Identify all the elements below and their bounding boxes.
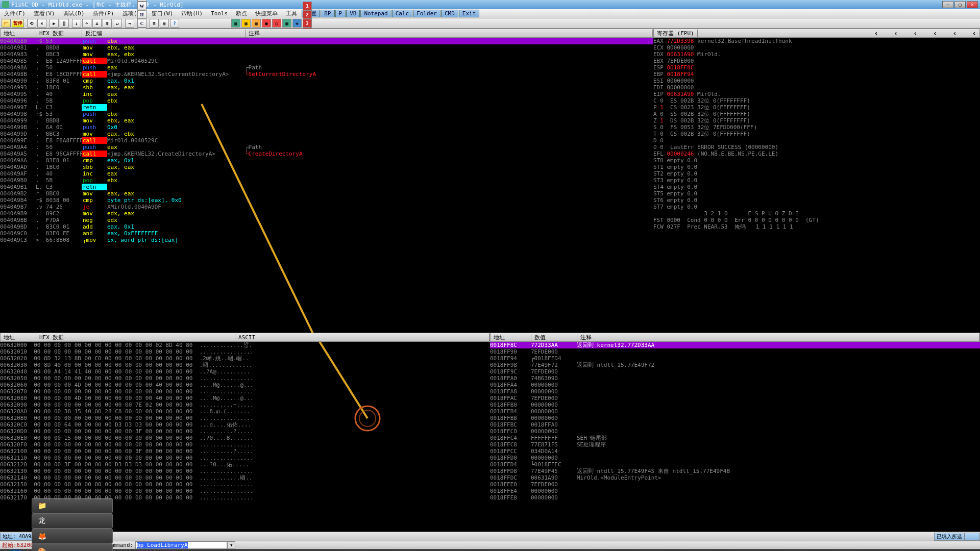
stack-row[interactable]: 0018FFE07EFDE000 <box>490 481 980 488</box>
register-line[interactable]: EBP 0018FF94 <box>653 71 980 78</box>
disasm-col-disasm[interactable]: 反汇编 <box>82 30 246 37</box>
menu-tab-vb[interactable]: VB <box>346 10 360 17</box>
stack-row[interactable]: 0018FFE400000000 <box>490 488 980 494</box>
stack-row[interactable]: 0018FFC4FFFFFFFFSEH 链尾部 <box>490 435 980 441</box>
stack-row[interactable]: 0018FFD000000000 <box>490 455 980 461</box>
register-line[interactable]: ST3 empty 0.0 <box>653 177 980 184</box>
start-button[interactable] <box>2 549 29 552</box>
maximize-button[interactable]: ▢ <box>954 1 966 8</box>
register-line[interactable]: T 0 GS 002B 32位 0(FFFFFFFF) <box>653 131 980 137</box>
disasm-row[interactable]: 0040A9AA. 83F8 01cmpeax, 0x1 <box>0 157 653 164</box>
trace-over-button[interactable]: ⇶ <box>103 19 112 28</box>
dump-col-hex[interactable]: HEX 数据 <box>36 334 235 341</box>
stack-row[interactable]: 0018FFBC0018FFA0 <box>490 421 980 428</box>
disasm-row[interactable]: 0040A980r$ 53pushebx <box>0 38 653 44</box>
dump-row[interactable]: 00632070 00 00 00 00 00 00 00 00 00 00 0… <box>0 388 490 395</box>
register-line[interactable]: ECX 00000000 <box>653 44 980 51</box>
stack-row[interactable]: 0018FFC000000000 <box>490 428 980 435</box>
disasm-row[interactable]: 0040A990. 83F8 01cmpeax, 0x1 <box>0 78 653 84</box>
register-line[interactable]: C 0 ES 002B 32位 0(FFFFFFFF) <box>653 97 980 104</box>
disasm-row[interactable]: 0040A995. 40inceax <box>0 91 653 97</box>
disasm-row[interactable]: 0040A999. 8BD8movebx, eax <box>0 117 653 124</box>
register-line[interactable]: A 0 SS 002B 32位 0(FFFFFFFF) <box>653 111 980 117</box>
menu-view[interactable]: 查看(V) <box>30 10 59 17</box>
plugin-btn-6[interactable]: ▦ <box>282 19 291 28</box>
disasm-row[interactable]: 0040A993. 1BC0sbbeax, eax <box>0 84 653 91</box>
disasm-row[interactable]: 0040A9AD. 1BC0sbbeax, eax <box>0 164 653 170</box>
step-into-button[interactable]: ↓ <box>72 19 81 28</box>
register-line[interactable]: EDX 00631A90 MirOld. <box>653 51 980 58</box>
register-line[interactable]: ST7 empty 0.0 <box>653 204 980 210</box>
dump-row[interactable]: 00632040 00 00 A4 14 41 40 00 00 00 00 0… <box>0 368 490 375</box>
stack-row[interactable]: 0018FFA400000000 <box>490 382 980 388</box>
register-line[interactable]: S 0 FS 0053 32位 7EFDD000(FFF) <box>653 124 980 131</box>
pause-button[interactable]: ‖ <box>60 19 69 28</box>
dump-row[interactable]: 00632010 00 00 00 00 00 00 00 00 00 00 0… <box>0 348 490 355</box>
dump-row[interactable]: 00632090 00 00 00 00 00 00 00 00 00 00 7… <box>0 402 490 408</box>
disasm-row[interactable]: 0040A99F. E8 F8A8FFFFcallMirOld.0040529C <box>0 137 653 144</box>
disasm-row[interactable]: 0040A9C0. 83E0 FEandeax, 0xFFFFFFFE <box>0 230 653 237</box>
disasm-row[interactable]: 0040A9BD. 83C0 01addeax, 0x1 <box>0 223 653 230</box>
toolbar-w-button[interactable]: W <box>137 2 146 10</box>
disasm-panel[interactable]: 0040A980r$ 53pushebx0040A981. 8BD8movebx… <box>0 38 653 333</box>
plugin-btn-3[interactable]: ▦ <box>252 19 261 28</box>
register-line[interactable]: ESP 0018FF8C <box>653 64 980 71</box>
dump-row[interactable]: 00632140 00 00 00 00 00 00 00 00 00 00 0… <box>0 474 490 481</box>
run-button[interactable]: ▶ <box>50 19 59 28</box>
plugin-btn-7[interactable]: ◈ <box>292 19 302 28</box>
help-button[interactable]: ? <box>170 19 179 28</box>
dump-col-addr[interactable]: 地址 <box>1 334 36 341</box>
dump-row[interactable]: 00632060 00 00 00 00 4D 00 00 00 00 00 0… <box>0 382 490 388</box>
disasm-col-hex[interactable]: HEX 数据 <box>36 30 82 37</box>
register-line[interactable]: O 0 LastErr ERROR_SUCCESS (00000000) <box>653 144 980 151</box>
stop-button[interactable]: × <box>37 19 46 28</box>
disasm-row[interactable]: 0040A98A. 50pusheax┌Path <box>0 64 653 71</box>
register-line[interactable]: ESI 00000000 <box>653 78 980 84</box>
dump-row[interactable]: 006320B0 00 00 00 00 00 00 00 00 00 00 0… <box>0 415 490 421</box>
menu-tab-p[interactable]: P <box>335 10 346 17</box>
dump-row[interactable]: 006320F0 00 00 00 00 00 00 00 00 00 00 0… <box>0 441 490 448</box>
register-line[interactable]: ST1 empty 0.0 <box>653 164 980 170</box>
run-to-return-button[interactable]: ↵ <box>113 19 122 28</box>
disasm-row[interactable]: 0040A9B4r$ 8038 00cmpbyte ptr ds:[eax], … <box>0 197 653 204</box>
dump-row[interactable]: 006320E0 00 00 00 15 00 00 00 00 00 00 0… <box>0 435 490 441</box>
disasm-row[interactable]: 0040A9A5. E8 96CAFFFFcall<jmp.&KERNEL32.… <box>0 151 653 157</box>
restart-button[interactable]: ⟲ <box>27 19 36 28</box>
toolbar-num-1[interactable]: 1 <box>303 2 312 10</box>
disasm-row[interactable]: 0040A99D. 8BC3moveax, ebx <box>0 131 653 137</box>
stack-row[interactable]: 0018FFD877E49F45返回到 ntdll_15.77E49F45 来自… <box>490 468 980 474</box>
registers-panel[interactable]: EAX 772D3398 kernel32.BaseThreadInitThun… <box>653 38 980 333</box>
disasm-row[interactable]: 0040A9C3> 66:8B08┌movcx, word ptr ds:[ea… <box>0 237 653 243</box>
menu-tab-folder[interactable]: Folder <box>413 10 440 17</box>
stack-row[interactable]: 0018FFA800000000 <box>490 388 980 395</box>
register-line[interactable]: Z 1 DS 002B 32位 0(FFFFFFFF) <box>653 117 980 124</box>
menu-window[interactable]: 窗口(W) <box>148 10 177 17</box>
appearance-button[interactable]: ≣ <box>160 19 169 28</box>
disasm-row[interactable]: 0040A997L. C3retn <box>0 104 653 111</box>
plugin-btn-5[interactable]: ○ <box>272 19 281 28</box>
register-line[interactable]: ST2 empty 0.0 <box>653 170 980 177</box>
dump-row[interactable]: 00632130 00 00 00 00 00 00 00 00 00 00 0… <box>0 468 490 474</box>
dump-row[interactable]: 00632020 00 8D 32 13 8B 00 C0 00 00 00 0… <box>0 355 490 362</box>
disasm-row[interactable]: 0040A996. 5Bpopebx <box>0 97 653 104</box>
stack-row[interactable]: 0018FFB000000000 <box>490 402 980 408</box>
register-line[interactable]: EBX 7EFDE000 <box>653 58 980 64</box>
toolbar-num-2[interactable]: 2 <box>303 10 312 19</box>
reg-scroll-l4[interactable]: ‹ <box>933 29 937 37</box>
register-line[interactable]: EDI 00000000 <box>653 84 980 91</box>
register-line[interactable]: EFL 00000246 (NO,NB,E,BE,NS,PE,GE,LE) <box>653 151 980 157</box>
dump-row[interactable]: 006320D0 00 00 00 00 00 00 00 00 00 00 3… <box>0 428 490 435</box>
disasm-row[interactable]: 0040A983. 8BC3moveax, ebx <box>0 51 653 58</box>
reg-scroll-l2[interactable]: ‹ <box>894 29 898 37</box>
register-line[interactable]: ST6 empty 0.0 <box>653 197 980 204</box>
taskbar-item[interactable]: 🎨 <box>32 544 113 552</box>
reg-scroll-l6[interactable]: ‹ <box>972 29 976 37</box>
menu-tool[interactable]: 工具 <box>282 10 301 17</box>
stack-row[interactable]: 0018FFC877E871F5SE处理程序 <box>490 441 980 448</box>
menu-tab-notepad[interactable]: Notepad <box>360 10 391 17</box>
disasm-row[interactable]: 0040A998r$ 53pushebx <box>0 111 653 117</box>
disasm-row[interactable]: 0040A9B1L. C3retn <box>0 184 653 190</box>
dump-row[interactable]: 00632170 00 00 00 00 00 00 00 00 00 00 0… <box>0 494 490 501</box>
plugin-btn-2[interactable]: ▦ <box>241 19 251 28</box>
stack-col-addr[interactable]: 地址 <box>491 334 531 341</box>
